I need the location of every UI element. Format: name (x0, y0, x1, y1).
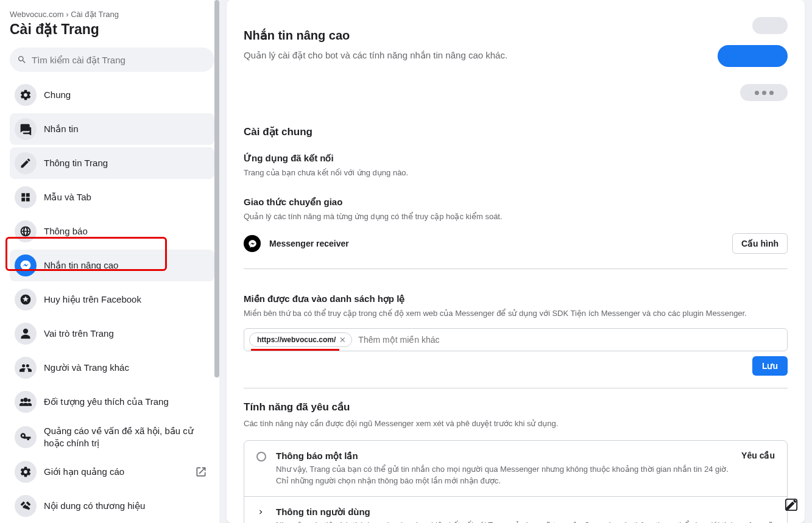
feature-title: Thông báo một lần (276, 451, 732, 462)
edit-icon (785, 498, 798, 511)
add-domain-input[interactable] (358, 335, 782, 345)
sidebar-label: Quảng cáo về vấn đề xã hội, bầu cử hoặc … (44, 425, 210, 449)
scrollbar[interactable] (214, 0, 219, 523)
handover-text: Quản lý các tính năng mà từng ứng dụng c… (244, 211, 788, 222)
connected-apps-heading: Ứng dụng đã kết nối (244, 153, 788, 164)
sidebar-item-issue-ads[interactable]: Quảng cáo về vấn đề xã hội, bầu cử hoặc … (10, 420, 214, 454)
requested-features-desc: Các tính năng này cần được đội ngũ Messe… (244, 418, 788, 429)
messenger-badge-icon (244, 235, 261, 252)
receiver-label: Messenger receiver (269, 239, 349, 248)
sidebar-item-general[interactable]: Chung (10, 79, 214, 111)
sidebar-label: Thông báo (44, 225, 88, 237)
gear-icon (19, 89, 32, 101)
sidebar-item-badges[interactable]: Huy hiệu trên Facebook (10, 284, 214, 315)
feature-item-one-time[interactable]: Thông báo một lần Như vậy, Trang của bạn… (244, 441, 787, 497)
sidebar-item-preferred-audience[interactable]: Đối tượng yêu thích của Trang (10, 386, 214, 418)
sidebar-item-messaging[interactable]: Nhắn tin (10, 113, 214, 145)
hero-title: Nhắn tin nâng cao (244, 28, 507, 43)
save-button[interactable]: Lưu (752, 356, 788, 376)
messenger-icon (19, 259, 32, 272)
sidebar-label: Người và Trang khác (44, 362, 129, 374)
sidebar-item-branded-content[interactable]: Nội dung có thương hiệu (10, 490, 214, 522)
request-action[interactable]: Yêu cầu (741, 451, 775, 460)
grid-icon (19, 191, 32, 203)
badge-star-icon (19, 293, 32, 306)
domain-chip-label: https://webvocuc.com/ (257, 335, 336, 344)
main-content: Nhắn tin nâng cao Quản lý cài đặt cho bo… (219, 0, 812, 523)
domain-input-container[interactable]: https://webvocuc.com/ (244, 328, 788, 351)
pencil-icon (19, 157, 32, 169)
handshake-icon (19, 500, 32, 512)
connected-apps-text: Trang của bạn chưa kết nối với ứng dụng … (244, 167, 788, 178)
sidebar-item-page-roles[interactable]: Vai trò trên Trang (10, 318, 214, 349)
sidebar-item-templates[interactable]: Mẫu và Tab (10, 181, 214, 213)
general-settings-title: Cài đặt chung (244, 125, 788, 138)
sidebar-item-advanced-messaging[interactable]: Nhắn tin nâng cao (10, 250, 214, 281)
whitelist-heading: Miền được đưa vào danh sách hợp lệ (244, 293, 788, 304)
sidebar-label: Đối tượng yêu thích của Trang (44, 396, 169, 408)
configure-button[interactable]: Cấu hình (732, 233, 788, 254)
radio-icon[interactable] (256, 452, 266, 462)
external-link-icon (195, 466, 207, 478)
breadcrumb[interactable]: Webvocuc.com › Cài đặt Trang (10, 10, 214, 19)
search-icon (17, 55, 27, 65)
hero-subtitle: Quản lý cài đặt cho bot và các tính năng… (244, 50, 507, 61)
sidebar-item-page-info[interactable]: Thông tin Trang (10, 147, 214, 179)
gear-icon (19, 466, 32, 478)
chat-illustration (666, 28, 788, 113)
key-icon (19, 431, 32, 443)
domain-chip[interactable]: https://webvocuc.com/ (249, 332, 352, 347)
search-input[interactable] (32, 55, 207, 65)
sidebar-item-people-pages[interactable]: Người và Trang khác (10, 352, 214, 384)
sidebar-label: Huy hiệu trên Facebook (44, 293, 141, 306)
sidebar-label: Chung (44, 89, 71, 101)
whitelist-desc: Miền bên thứ ba có thể truy cập trong ch… (244, 308, 788, 319)
feature-desc: Như vậy, các tiện ích tích hợp cho doanh… (276, 520, 775, 523)
sidebar-label: Nhắn tin (44, 123, 79, 135)
close-icon[interactable] (339, 336, 347, 343)
people-group-icon (19, 396, 32, 408)
feature-title: Thông tin người dùng (276, 507, 775, 518)
sidebar-label: Nội dung có thương hiệu (44, 500, 145, 512)
chat-icon (19, 123, 32, 135)
sidebar-label: Vai trò trên Trang (44, 328, 114, 340)
people-icon (19, 362, 32, 374)
handover-heading: Giao thức chuyển giao (244, 197, 788, 208)
chevron-right-icon (256, 508, 266, 518)
feature-desc: Như vậy, Trang của bạn có thể gửi tin nh… (276, 464, 732, 487)
sidebar-label: Thông tin Trang (44, 157, 108, 169)
person-icon (19, 328, 32, 340)
sidebar-nav: Chung Nhắn tin Thông tin Trang Mẫu và Ta… (10, 79, 214, 523)
sidebar-label: Mẫu và Tab (44, 191, 91, 203)
page-title: Cài đặt Trang (10, 21, 214, 38)
globe-icon (19, 225, 32, 237)
feature-list: Thông báo một lần Như vậy, Trang của bạn… (244, 440, 788, 523)
sidebar-label: Nhắn tin nâng cao (44, 259, 118, 272)
annotation-underline (251, 349, 339, 351)
requested-features-title: Tính năng đã yêu cầu (244, 401, 788, 413)
sidebar: Webvocuc.com › Cài đặt Trang Cài đặt Tra… (0, 0, 219, 523)
edit-fab[interactable] (779, 493, 803, 517)
search-box[interactable] (10, 47, 214, 72)
sidebar-item-notifications[interactable]: Thông báo (10, 216, 214, 247)
feature-item-user-info[interactable]: Thông tin người dùng Như vậy, các tiện í… (244, 497, 787, 523)
sidebar-item-ad-limits[interactable]: Giới hạn quảng cáo (10, 456, 214, 488)
sidebar-label: Giới hạn quảng cáo (44, 466, 124, 478)
